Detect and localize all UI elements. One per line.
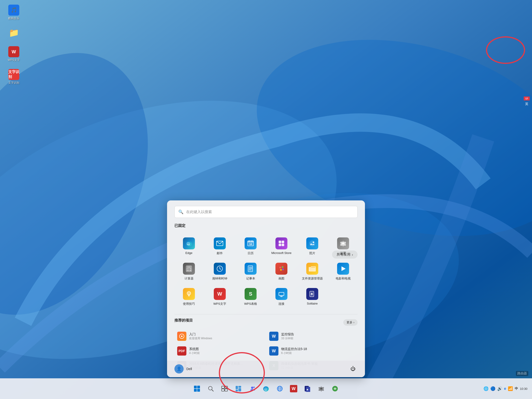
app-photos[interactable]: 照片 [298, 235, 327, 258]
taskbar-green-icon [332, 386, 338, 392]
svg-line-30 [220, 269, 221, 269]
rec-item-report[interactable]: W 监控报告 33 分钟前 [266, 329, 358, 343]
app-calc[interactable]: 计算器 [174, 260, 203, 283]
app-calendar[interactable]: 14 日历 [236, 235, 265, 258]
app-explorer[interactable]: 文件资源管理器 [298, 260, 327, 283]
svg-rect-13 [279, 241, 281, 243]
pinned-apps-grid: Edge 邮件 14 日历 Microsoft Store 照片 [174, 235, 358, 309]
start-menu-bottom-bar: 👤 Dell ⏻ [167, 361, 365, 377]
taskbar-solitaire-button[interactable]: ♠ [301, 383, 313, 395]
svg-point-38 [280, 269, 282, 271]
explorer-label: 文件资源管理器 [302, 276, 323, 281]
app-store[interactable]: Microsoft Store [267, 235, 296, 258]
svg-point-18 [313, 242, 314, 243]
start-button[interactable] [191, 383, 203, 395]
clock-icon [214, 263, 226, 275]
rec-logistics-name: 物流监控办法5-18 [281, 347, 307, 351]
all-apps-button[interactable]: 所有应用 › [332, 251, 358, 258]
app-clock[interactable]: 闹钟和时钟 [205, 260, 234, 283]
svg-rect-51 [194, 389, 197, 392]
rec-getstarted-name: 入门 [189, 332, 212, 337]
app-notepad[interactable]: 记事本 [236, 260, 265, 283]
app-empty [329, 285, 358, 309]
rec-logistics-time: 6 小时前 [281, 351, 307, 355]
network-signal-icon[interactable]: 📶 [508, 386, 513, 391]
more-button[interactable]: 更多 › [343, 319, 358, 326]
widgets-button[interactable] [232, 383, 244, 395]
more-arrow: › [354, 321, 354, 324]
taskbar-edge-button[interactable] [260, 383, 272, 395]
svg-rect-25 [187, 270, 188, 271]
taskbar-center-icons: W ♠ [191, 383, 341, 395]
search-bar[interactable]: 🔍 在此键入以搜索 [174, 206, 358, 218]
rec-report-name: 监控报告 [281, 332, 294, 337]
svg-rect-50 [197, 386, 200, 388]
svg-rect-58 [225, 389, 228, 391]
svg-rect-57 [222, 389, 224, 391]
rec-item-sysmap[interactable]: PDF 系统图 4 小时前 [174, 344, 266, 358]
rec-logistics-info: 物流监控办法5-18 6 小时前 [281, 347, 307, 355]
windows-logo-icon [194, 386, 200, 392]
svg-rect-60 [238, 386, 241, 388]
taskbar-wps-icon: W [290, 385, 297, 392]
desktop-icon-music-label: 酷狗音乐 [8, 17, 19, 20]
network-icon[interactable]: 🌐 [483, 386, 488, 391]
taskbar-green-app-button[interactable] [329, 383, 341, 395]
volume-icon[interactable]: 🔊 [497, 386, 502, 391]
svg-text:♠: ♠ [311, 291, 313, 296]
user-name-label: Dell [186, 367, 192, 371]
taskbar-wps-button[interactable]: W [288, 383, 300, 395]
wpsword-label: WPS文字 [213, 302, 226, 306]
svg-rect-61 [236, 390, 238, 391]
desktop-icon-folder[interactable]: 📁 [5, 27, 23, 39]
desktop-icon-ocr[interactable]: 文字识别 文字识别 [5, 69, 23, 85]
pinned-section-title: 已固定 [174, 223, 185, 228]
taskbar-settings-button[interactable] [315, 383, 327, 395]
clock-label: 闹钟和时钟 [212, 276, 227, 281]
teams-button[interactable] [246, 383, 258, 395]
app-wpsword[interactable]: W WPS文字 [205, 285, 234, 309]
desktop-icon-wps[interactable]: W WPS文字 [5, 46, 23, 62]
app-solitaire[interactable]: ♠ Solitaire [298, 285, 327, 309]
solitaire-label: Solitaire [307, 302, 318, 305]
taskbar-search-button[interactable] [205, 383, 217, 395]
user-info[interactable]: 👤 Dell [174, 364, 192, 374]
power-button[interactable]: ⏻ [348, 364, 358, 374]
app-edge[interactable]: Edge [174, 235, 203, 258]
svg-point-37 [282, 269, 284, 270]
store-label: Microsoft Store [271, 251, 291, 255]
app-mail[interactable]: 邮件 [205, 235, 234, 258]
svg-text:♠: ♠ [306, 387, 308, 391]
start-menu: 🔍 在此键入以搜索 已固定 所有应用 › Edge 邮件 14 日历 [167, 200, 365, 377]
svg-line-54 [212, 390, 213, 391]
getstarted-icon [177, 332, 186, 341]
svg-rect-56 [225, 386, 228, 388]
wpsword-icon: W [214, 288, 226, 300]
app-connect[interactable]: 连接 [267, 285, 296, 309]
more-label: 更多 [347, 320, 353, 325]
desktop-icons-area: 🎵 酷狗音乐 📁 W WPS文字 文字识别 文字识别 [5, 5, 23, 85]
edge-tray-icon[interactable]: e [504, 387, 506, 391]
bluetooth-icon[interactable]: 🔵 [490, 386, 495, 391]
teams-icon [249, 386, 255, 392]
app-movies[interactable]: 电影和电视 [329, 260, 358, 283]
app-tips[interactable]: 使用技巧 [174, 285, 203, 309]
ie-button[interactable] [274, 383, 286, 395]
paint-label: 画图 [279, 276, 285, 281]
rec-item-getstarted[interactable]: 入门 欢迎使用 Windows [174, 329, 266, 343]
task-view-button[interactable] [219, 383, 231, 395]
desktop-icon-music[interactable]: 🎵 酷狗音乐 [5, 5, 23, 20]
task-view-icon [221, 386, 228, 391]
recommended-section-title: 推荐的项目 [174, 318, 193, 323]
svg-point-64 [253, 387, 255, 388]
svg-rect-52 [197, 389, 200, 392]
mail-label: 邮件 [217, 251, 223, 255]
rec-report-info: 监控报告 33 分钟前 [281, 332, 294, 340]
app-paint[interactable]: 画图 [267, 260, 296, 283]
wpstable-label: WPS表格 [244, 302, 257, 306]
rec-item-logistics[interactable]: W 物流监控办法5-18 6 小时前 [266, 344, 358, 358]
input-method-icon[interactable]: 中 [515, 387, 518, 391]
app-wpstable[interactable]: S WPS表格 [236, 285, 265, 309]
edge-icon [183, 237, 195, 249]
rec-sysmap-info: 系统图 4 小时前 [189, 347, 200, 355]
